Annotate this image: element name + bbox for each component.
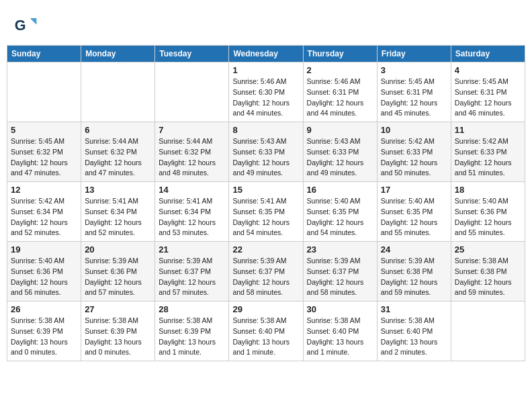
day-number: 29 <box>232 304 299 314</box>
weekday-header-tuesday: Tuesday <box>155 46 229 62</box>
day-info: Sunrise: 5:38 AMSunset: 6:40 PMDaylight:… <box>307 316 373 358</box>
day-number: 30 <box>307 304 373 314</box>
day-info: Sunrise: 5:46 AMSunset: 6:30 PMDaylight:… <box>232 77 299 119</box>
calendar-day: 22Sunrise: 5:39 AMSunset: 6:37 PMDayligh… <box>229 242 303 302</box>
calendar-day <box>155 62 229 122</box>
calendar-week-1: 1Sunrise: 5:46 AMSunset: 6:30 PMDaylight… <box>7 62 525 122</box>
day-number: 26 <box>11 304 77 314</box>
weekday-header-monday: Monday <box>81 46 155 62</box>
calendar-day: 17Sunrise: 5:40 AMSunset: 6:35 PMDayligh… <box>377 182 451 242</box>
logo: G <box>13 13 40 38</box>
calendar-week-4: 19Sunrise: 5:40 AMSunset: 6:36 PMDayligh… <box>7 242 525 302</box>
day-number: 15 <box>232 185 299 195</box>
day-number: 17 <box>381 185 447 195</box>
day-number: 10 <box>381 125 447 135</box>
day-number: 23 <box>307 244 373 255</box>
calendar-day: 16Sunrise: 5:40 AMSunset: 6:35 PMDayligh… <box>303 182 377 242</box>
calendar-day: 18Sunrise: 5:40 AMSunset: 6:36 PMDayligh… <box>451 182 525 242</box>
day-info: Sunrise: 5:38 AMSunset: 6:39 PMDaylight:… <box>159 316 225 358</box>
calendar-day: 11Sunrise: 5:42 AMSunset: 6:33 PMDayligh… <box>451 122 525 182</box>
day-number: 16 <box>307 185 373 195</box>
day-info: Sunrise: 5:39 AMSunset: 6:37 PMDaylight:… <box>232 256 299 298</box>
day-info: Sunrise: 5:41 AMSunset: 6:34 PMDaylight:… <box>159 196 225 238</box>
svg-marker-2 <box>30 18 36 24</box>
day-number: 9 <box>307 125 373 135</box>
calendar-day: 10Sunrise: 5:42 AMSunset: 6:33 PMDayligh… <box>377 122 451 182</box>
day-info: Sunrise: 5:41 AMSunset: 6:35 PMDaylight:… <box>232 196 299 238</box>
svg-text:G: G <box>15 17 26 34</box>
day-number: 12 <box>11 185 77 195</box>
day-info: Sunrise: 5:46 AMSunset: 6:31 PMDaylight:… <box>307 77 373 119</box>
day-number: 1 <box>232 65 299 75</box>
day-number: 11 <box>455 125 521 135</box>
day-info: Sunrise: 5:38 AMSunset: 6:38 PMDaylight:… <box>455 256 521 298</box>
calendar-day: 30Sunrise: 5:38 AMSunset: 6:40 PMDayligh… <box>303 302 377 361</box>
day-number: 6 <box>85 125 151 135</box>
calendar-day: 9Sunrise: 5:43 AMSunset: 6:33 PMDaylight… <box>303 122 377 182</box>
calendar-day: 26Sunrise: 5:38 AMSunset: 6:39 PMDayligh… <box>7 302 81 361</box>
calendar-day: 15Sunrise: 5:41 AMSunset: 6:35 PMDayligh… <box>229 182 303 242</box>
calendar-day: 8Sunrise: 5:43 AMSunset: 6:33 PMDaylight… <box>229 122 303 182</box>
day-info: Sunrise: 5:39 AMSunset: 6:37 PMDaylight:… <box>159 256 225 298</box>
day-info: Sunrise: 5:38 AMSunset: 6:39 PMDaylight:… <box>85 316 151 358</box>
weekday-header-saturday: Saturday <box>451 46 525 62</box>
day-number: 31 <box>381 304 447 314</box>
day-info: Sunrise: 5:44 AMSunset: 6:32 PMDaylight:… <box>159 136 225 179</box>
day-number: 24 <box>381 244 447 255</box>
weekday-header-friday: Friday <box>377 46 451 62</box>
day-info: Sunrise: 5:40 AMSunset: 6:35 PMDaylight:… <box>381 196 447 238</box>
day-number: 21 <box>159 244 225 255</box>
day-number: 28 <box>159 304 225 314</box>
day-info: Sunrise: 5:42 AMSunset: 6:33 PMDaylight:… <box>455 136 521 179</box>
calendar-day: 27Sunrise: 5:38 AMSunset: 6:39 PMDayligh… <box>81 302 155 361</box>
day-number: 14 <box>159 185 225 195</box>
calendar-day: 21Sunrise: 5:39 AMSunset: 6:37 PMDayligh… <box>155 242 229 302</box>
day-number: 20 <box>85 244 151 255</box>
day-info: Sunrise: 5:41 AMSunset: 6:34 PMDaylight:… <box>85 196 151 238</box>
day-info: Sunrise: 5:42 AMSunset: 6:34 PMDaylight:… <box>11 196 77 238</box>
weekday-header-sunday: Sunday <box>7 46 81 62</box>
calendar-day: 25Sunrise: 5:38 AMSunset: 6:38 PMDayligh… <box>451 242 525 302</box>
day-number: 25 <box>455 244 521 255</box>
day-number: 13 <box>85 185 151 195</box>
calendar-day: 13Sunrise: 5:41 AMSunset: 6:34 PMDayligh… <box>81 182 155 242</box>
day-info: Sunrise: 5:42 AMSunset: 6:33 PMDaylight:… <box>381 136 447 179</box>
calendar-day: 3Sunrise: 5:45 AMSunset: 6:31 PMDaylight… <box>377 62 451 122</box>
day-number: 22 <box>232 244 299 255</box>
day-number: 5 <box>11 125 77 135</box>
weekday-header-wednesday: Wednesday <box>229 46 303 62</box>
calendar-day: 1Sunrise: 5:46 AMSunset: 6:30 PMDaylight… <box>229 62 303 122</box>
calendar-day: 7Sunrise: 5:44 AMSunset: 6:32 PMDaylight… <box>155 122 229 182</box>
day-info: Sunrise: 5:40 AMSunset: 6:36 PMDaylight:… <box>455 196 521 238</box>
calendar-day: 29Sunrise: 5:38 AMSunset: 6:40 PMDayligh… <box>229 302 303 361</box>
calendar-day: 31Sunrise: 5:38 AMSunset: 6:40 PMDayligh… <box>377 302 451 361</box>
page-header: G <box>7 7 525 41</box>
weekday-header-row: SundayMondayTuesdayWednesdayThursdayFrid… <box>7 46 525 62</box>
calendar-day: 4Sunrise: 5:45 AMSunset: 6:31 PMDaylight… <box>451 62 525 122</box>
calendar-day: 2Sunrise: 5:46 AMSunset: 6:31 PMDaylight… <box>303 62 377 122</box>
calendar-day: 12Sunrise: 5:42 AMSunset: 6:34 PMDayligh… <box>7 182 81 242</box>
day-info: Sunrise: 5:45 AMSunset: 6:31 PMDaylight:… <box>381 77 447 119</box>
day-number: 8 <box>232 125 299 135</box>
day-number: 4 <box>455 65 521 75</box>
calendar-week-2: 5Sunrise: 5:45 AMSunset: 6:32 PMDaylight… <box>7 122 525 182</box>
day-info: Sunrise: 5:44 AMSunset: 6:32 PMDaylight:… <box>85 136 151 179</box>
calendar-week-3: 12Sunrise: 5:42 AMSunset: 6:34 PMDayligh… <box>7 182 525 242</box>
day-number: 27 <box>85 304 151 314</box>
calendar-day: 24Sunrise: 5:39 AMSunset: 6:38 PMDayligh… <box>377 242 451 302</box>
calendar-day <box>451 302 525 361</box>
calendar-day: 6Sunrise: 5:44 AMSunset: 6:32 PMDaylight… <box>81 122 155 182</box>
day-info: Sunrise: 5:45 AMSunset: 6:32 PMDaylight:… <box>11 136 77 179</box>
weekday-header-thursday: Thursday <box>303 46 377 62</box>
day-info: Sunrise: 5:43 AMSunset: 6:33 PMDaylight:… <box>307 136 373 179</box>
day-info: Sunrise: 5:39 AMSunset: 6:37 PMDaylight:… <box>307 256 373 298</box>
calendar-day <box>81 62 155 122</box>
day-number: 19 <box>11 244 77 255</box>
calendar-day: 28Sunrise: 5:38 AMSunset: 6:39 PMDayligh… <box>155 302 229 361</box>
calendar-week-5: 26Sunrise: 5:38 AMSunset: 6:39 PMDayligh… <box>7 302 525 361</box>
day-info: Sunrise: 5:45 AMSunset: 6:31 PMDaylight:… <box>455 77 521 119</box>
day-info: Sunrise: 5:43 AMSunset: 6:33 PMDaylight:… <box>232 136 299 179</box>
day-info: Sunrise: 5:39 AMSunset: 6:38 PMDaylight:… <box>381 256 447 298</box>
calendar-day <box>7 62 81 122</box>
calendar-day: 19Sunrise: 5:40 AMSunset: 6:36 PMDayligh… <box>7 242 81 302</box>
